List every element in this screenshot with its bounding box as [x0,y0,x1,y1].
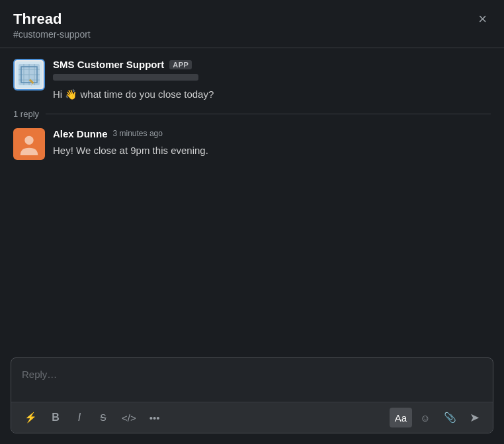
thread-header: Thread #customer-support × [0,0,504,48]
reply-meta: Alex Dunne 3 minutes ago [53,128,491,139]
reply-sender-name: Alex Dunne [53,128,108,139]
thread-panel: Thread #customer-support × [0,0,504,444]
thread-body: SMS Customer Support APP Hi 👋 what time … [0,48,504,351]
thread-title: Thread [13,11,91,28]
send-button[interactable]: ➤ [464,408,485,427]
emoji-button[interactable]: ☺ [415,408,436,427]
reply-toolbar: ⚡ B I S </> ••• Aa ☺ 📎 ➤ [11,402,493,433]
message-meta: SMS Customer Support APP [53,59,491,70]
app-avatar [13,59,45,91]
svg-point-12 [24,136,33,145]
thread-header-left: Thread #customer-support [13,11,91,40]
message-text: Hi 👋 what time do you close today? [53,87,491,102]
main-message-content: SMS Customer Support APP Hi 👋 what time … [53,59,491,102]
reply-timestamp: 3 minutes ago [113,129,163,138]
reply-text: Hey! We close at 9pm this evening. [53,143,491,159]
italic-button[interactable]: I [69,408,90,427]
lightning-button[interactable]: ⚡ [19,408,42,427]
sender-name: SMS Customer Support [53,59,164,70]
reply-input-area: ⚡ B I S </> ••• Aa ☺ 📎 ➤ [11,357,493,433]
bold-button[interactable]: B [45,408,66,427]
main-message: SMS Customer Support APP Hi 👋 what time … [13,59,491,102]
strikethrough-button[interactable]: S [93,408,114,427]
user-avatar [13,128,45,160]
redacted-content [53,74,198,81]
thread-channel: #customer-support [13,29,91,40]
reply-divider: 1 reply [13,109,491,119]
close-button[interactable]: × [474,11,491,28]
app-badge: APP [169,60,192,69]
reply-message-content: Alex Dunne 3 minutes ago Hey! We close a… [53,128,491,160]
reply-input[interactable] [11,358,493,399]
reply-message: Alex Dunne 3 minutes ago Hey! We close a… [13,128,491,160]
more-button[interactable]: ••• [144,408,165,427]
reply-divider-line [46,114,491,114]
reply-count: 1 reply [13,109,39,119]
attach-button[interactable]: 📎 [439,408,462,427]
code-button[interactable]: </> [116,408,142,427]
font-button[interactable]: Aa [390,408,412,427]
